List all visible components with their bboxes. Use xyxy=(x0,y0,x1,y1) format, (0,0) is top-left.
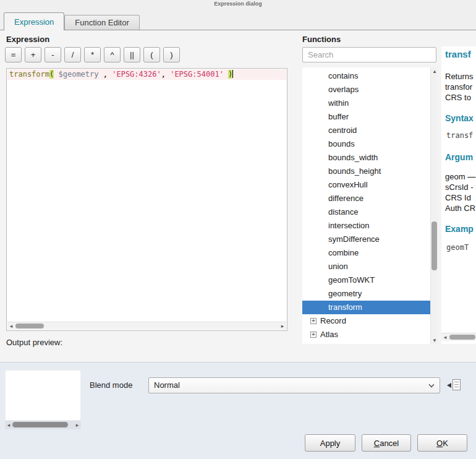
dialog-content-pane: Expression =+-/*^||() transform( $geomet… xyxy=(0,30,476,362)
scroll-left-icon[interactable]: ◂ xyxy=(441,333,449,341)
operator-button-row: =+-/*^||() xyxy=(5,47,180,62)
blend-mode-dropdown[interactable]: Normal xyxy=(148,377,440,393)
function-list-item[interactable]: within xyxy=(302,97,438,110)
function-list-item[interactable]: union xyxy=(302,260,438,273)
scroll-up-icon[interactable]: ▴ xyxy=(431,67,438,75)
function-list-item[interactable]: difference xyxy=(302,192,438,205)
function-list-item[interactable]: centroid xyxy=(302,124,438,137)
operator-button[interactable]: / xyxy=(64,47,81,62)
expand-plus-icon[interactable]: + xyxy=(310,332,317,338)
function-list-item[interactable]: bounds_width xyxy=(302,151,438,165)
example-code: geomT xyxy=(446,243,469,252)
scroll-right-icon[interactable]: ▸ xyxy=(279,322,286,330)
argument-line: sCrsId - xyxy=(445,182,474,192)
function-name: symDifference xyxy=(328,234,380,244)
argument-line: geom — xyxy=(445,171,475,182)
function-name: geomToWKT xyxy=(328,275,375,285)
code-token xyxy=(224,70,228,79)
editor-horizontal-scrollbar[interactable]: ◂ ▸ xyxy=(7,322,286,330)
scroll-down-icon[interactable]: ▾ xyxy=(431,337,438,344)
scroll-left-icon[interactable]: ◂ xyxy=(7,322,15,330)
code-token: , xyxy=(161,70,170,79)
code-token: transform xyxy=(9,70,49,79)
expand-plus-icon[interactable]: + xyxy=(310,318,317,324)
cancel-button[interactable]: Cancel xyxy=(362,434,411,452)
function-name: Atlas xyxy=(320,330,338,339)
function-name: overlaps xyxy=(328,85,359,94)
function-list-item[interactable]: symDifference xyxy=(302,233,438,246)
syntax-heading: Syntax xyxy=(445,113,474,123)
code-token: 'EPSG:4326' xyxy=(112,70,161,79)
function-name: bounds xyxy=(328,139,355,148)
operator-button[interactable]: - xyxy=(45,47,61,62)
expression-dialog-window: Expression dialog ExpressionFunction Edi… xyxy=(0,0,476,459)
expression-editor[interactable]: transform( $geometry , 'EPSG:4326', 'EPS… xyxy=(6,68,287,331)
function-name: contains xyxy=(328,71,358,80)
page-lines-icon xyxy=(453,379,461,390)
scroll-right-icon[interactable]: ▸ xyxy=(74,421,81,429)
function-list-scrollbar[interactable]: ▴ ▾ xyxy=(430,67,438,344)
function-list-item[interactable]: bounds_height xyxy=(302,165,438,178)
ok-button[interactable]: OK xyxy=(417,434,467,452)
search-input[interactable] xyxy=(302,47,436,62)
operator-button[interactable]: + xyxy=(25,47,41,62)
blend-mode-label: Blend mode xyxy=(90,380,132,390)
function-list-item[interactable]: contains xyxy=(302,69,438,83)
expression-builder-icon[interactable] xyxy=(446,378,462,393)
help-description-line: Returns xyxy=(445,71,474,82)
function-list-item[interactable]: transform xyxy=(302,301,438,314)
help-description-line: transfor xyxy=(445,82,472,92)
function-list-item[interactable]: +Record xyxy=(302,314,438,328)
function-list-item[interactable]: overlaps xyxy=(302,83,438,97)
function-name: combine xyxy=(328,248,359,257)
apply-button[interactable]: Apply xyxy=(305,434,355,452)
scrollbar-thumb[interactable] xyxy=(15,324,44,328)
code-token: 'EPSG:54001' xyxy=(170,70,224,79)
blend-mode-value: Normal xyxy=(154,378,180,393)
function-list-item[interactable]: intersection xyxy=(302,219,438,233)
argument-line: Auth CR xyxy=(445,203,475,213)
operator-button[interactable]: || xyxy=(124,47,140,62)
scrollbar-thumb[interactable] xyxy=(449,335,475,340)
function-help-panel: transf Returns transfor CRS to Syntax tr… xyxy=(441,46,476,344)
operator-button[interactable]: = xyxy=(5,47,22,62)
function-name: buffer xyxy=(328,112,349,121)
function-list-item[interactable]: buffer xyxy=(302,110,438,124)
help-horizontal-scrollbar[interactable]: ◂ xyxy=(441,333,476,341)
text-cursor xyxy=(232,70,233,78)
scrollbar-thumb[interactable] xyxy=(12,422,68,427)
example-heading: Examp xyxy=(445,224,474,234)
function-name: bounds_height xyxy=(328,166,381,176)
function-list-item[interactable]: distance xyxy=(302,205,438,219)
chevron-down-icon xyxy=(428,382,434,387)
dialog-button-row: ApplyCancelOK xyxy=(305,434,467,452)
tab-function-editor[interactable]: Function Editor xyxy=(64,15,139,30)
functions-heading: Functions xyxy=(302,35,341,44)
function-list-item[interactable]: combine xyxy=(302,246,438,260)
function-name: centroid xyxy=(328,126,357,135)
function-list-item[interactable]: bounds xyxy=(302,137,438,151)
tab-expression[interactable]: Expression xyxy=(4,12,64,30)
syntax-code: transf xyxy=(446,131,473,140)
bottom-panel: ◂ ▸ Blend mode Normal ApplyCancelOK xyxy=(0,362,476,459)
operator-button[interactable]: ) xyxy=(163,47,180,62)
preview-horizontal-scrollbar[interactable]: ◂ ▸ xyxy=(5,421,81,429)
function-list[interactable]: containsoverlapswithinbuffercentroidboun… xyxy=(302,67,438,344)
scrollbar-thumb[interactable] xyxy=(431,221,437,270)
function-list-item[interactable]: geomToWKT xyxy=(302,273,438,287)
arguments-heading: Argum xyxy=(445,152,473,162)
function-name: convexHull xyxy=(328,180,368,189)
operator-button[interactable]: ^ xyxy=(104,47,121,62)
function-list-item[interactable]: convexHull xyxy=(302,178,438,192)
operator-button[interactable]: ( xyxy=(143,47,160,62)
function-name: within xyxy=(328,98,349,108)
scroll-left-icon[interactable]: ◂ xyxy=(5,421,12,429)
function-name: geometry xyxy=(328,289,362,298)
symbol-preview-box xyxy=(5,370,81,421)
function-list-item[interactable]: geometry xyxy=(302,287,438,301)
argument-line: CRS Id xyxy=(445,192,471,203)
function-list-item[interactable]: +Atlas xyxy=(302,328,438,341)
function-name: transform xyxy=(328,302,362,312)
tab-bar: ExpressionFunction Editor xyxy=(4,12,140,30)
operator-button[interactable]: * xyxy=(84,47,101,62)
